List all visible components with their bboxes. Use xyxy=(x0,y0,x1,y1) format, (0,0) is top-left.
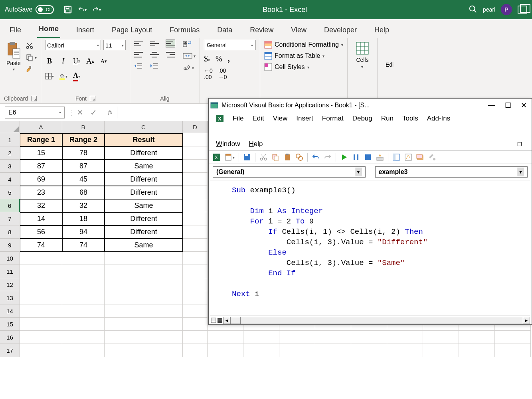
vba-scrollbar[interactable]: ◄ ► xyxy=(210,316,530,324)
toggle-switch[interactable]: Off xyxy=(36,5,54,14)
format-as-table-button[interactable]: Format as Table▾ xyxy=(264,52,324,60)
scroll-left-icon[interactable]: ◄ xyxy=(223,317,230,324)
cell[interactable] xyxy=(459,344,495,357)
name-box[interactable]: E6▾ xyxy=(5,107,65,119)
excel-icon[interactable]: X xyxy=(216,115,224,122)
cell[interactable] xyxy=(62,331,105,344)
align-left-button[interactable] xyxy=(134,51,143,58)
cell[interactable] xyxy=(279,331,315,344)
procedure-dropdown[interactable]: example3▼ xyxy=(375,166,528,178)
cell[interactable] xyxy=(20,344,62,357)
format-painter-button[interactable] xyxy=(26,65,37,73)
cell[interactable] xyxy=(62,344,105,357)
menu-view[interactable]: View xyxy=(273,115,288,122)
cell[interactable]: Same xyxy=(105,160,183,173)
row-header[interactable]: 9 xyxy=(0,239,20,252)
cell[interactable]: 74 xyxy=(20,239,62,252)
cell[interactable] xyxy=(105,265,183,278)
cell[interactable] xyxy=(183,318,208,331)
currency-button[interactable]: $▾ xyxy=(204,54,210,63)
cell[interactable] xyxy=(183,173,208,186)
menu-edit[interactable]: Edit xyxy=(252,115,264,122)
fill-color-button[interactable]: ▾ xyxy=(59,72,67,81)
underline-button[interactable]: U▾ xyxy=(72,57,81,65)
cell[interactable]: 74 xyxy=(62,239,105,252)
percent-button[interactable]: % xyxy=(216,54,222,63)
scroll-thumb[interactable] xyxy=(230,317,241,324)
mdi-restore-icon[interactable]: ❐ xyxy=(517,141,522,147)
cell[interactable]: 68 xyxy=(62,186,105,199)
tab-file[interactable]: File xyxy=(8,22,23,38)
object-dropdown[interactable]: (General)▼ xyxy=(213,166,366,178)
cell[interactable]: Different xyxy=(105,212,183,225)
tab-review[interactable]: Review xyxy=(248,22,275,38)
cell[interactable] xyxy=(20,318,62,331)
run-icon[interactable] xyxy=(340,153,348,161)
orientation-button[interactable]: ab▾ xyxy=(183,64,196,72)
row-header[interactable]: 5 xyxy=(0,186,20,199)
wrap-text-button[interactable]: ab xyxy=(183,40,196,48)
cell[interactable] xyxy=(62,318,105,331)
cell[interactable]: 87 xyxy=(62,160,105,173)
break-icon[interactable] xyxy=(352,153,360,161)
align-right-button[interactable] xyxy=(166,51,175,58)
cell[interactable]: 18 xyxy=(62,212,105,225)
account-name[interactable]: pearl xyxy=(483,6,495,13)
cell[interactable] xyxy=(20,304,62,318)
cell[interactable] xyxy=(387,344,423,357)
decrease-decimal-button[interactable]: .00→0 xyxy=(218,67,227,80)
row-header[interactable]: 2 xyxy=(0,146,20,160)
cell[interactable] xyxy=(62,265,105,278)
cell[interactable]: Range 1 xyxy=(20,133,62,146)
avatar[interactable]: P xyxy=(501,4,512,15)
cell[interactable] xyxy=(183,146,208,160)
cell[interactable]: 32 xyxy=(62,199,105,212)
dialog-launcher-icon[interactable] xyxy=(90,96,95,101)
cell[interactable] xyxy=(20,331,62,344)
cell[interactable]: Same xyxy=(105,199,183,212)
cell[interactable]: 56 xyxy=(20,225,62,239)
cell[interactable] xyxy=(208,344,243,357)
row-header[interactable]: 11 xyxy=(0,265,20,278)
close-button[interactable]: ✕ xyxy=(521,101,527,110)
align-top-button[interactable] xyxy=(134,40,143,47)
cancel-icon[interactable]: ✕ xyxy=(77,108,83,117)
save-icon[interactable] xyxy=(63,5,72,14)
cell[interactable] xyxy=(183,186,208,199)
cell[interactable]: 78 xyxy=(62,146,105,160)
menu-window[interactable]: Window xyxy=(216,140,240,148)
cell[interactable] xyxy=(183,160,208,173)
cell[interactable] xyxy=(105,291,183,304)
search-icon[interactable] xyxy=(469,5,477,15)
merge-button[interactable]: ▾ xyxy=(183,52,196,60)
row-header[interactable]: 1 xyxy=(0,133,20,146)
row-headers[interactable]: 1234567891011121314151617 xyxy=(0,133,20,357)
cell[interactable] xyxy=(105,344,183,357)
cell[interactable] xyxy=(20,252,62,265)
cell[interactable]: 94 xyxy=(62,225,105,239)
cell[interactable] xyxy=(279,344,315,357)
cut-button[interactable] xyxy=(26,41,37,49)
decrease-indent-button[interactable] xyxy=(134,62,143,69)
tab-developer[interactable]: Developer xyxy=(322,22,358,38)
cell[interactable] xyxy=(62,291,105,304)
cell[interactable] xyxy=(495,331,531,344)
number-format-select[interactable]: General▾ xyxy=(204,40,256,50)
cell[interactable]: Result xyxy=(105,133,183,146)
properties-icon[interactable] xyxy=(404,153,412,161)
cell[interactable] xyxy=(105,331,183,344)
select-all-button[interactable] xyxy=(0,121,20,133)
increase-indent-button[interactable] xyxy=(150,62,159,69)
col-header-D[interactable]: D xyxy=(183,121,208,133)
cell[interactable]: 87 xyxy=(20,160,62,173)
vba-window[interactable]: Microsoft Visual Basic for Applications … xyxy=(208,98,532,325)
cell[interactable] xyxy=(105,278,183,291)
cell[interactable]: 23 xyxy=(20,186,62,199)
cell[interactable] xyxy=(243,331,279,344)
font-size-select[interactable]: 11▾ xyxy=(103,40,126,50)
font-color-button[interactable]: A▾ xyxy=(72,72,81,81)
cell[interactable] xyxy=(183,278,208,291)
undo-icon[interactable] xyxy=(312,153,320,161)
procedure-view-icon[interactable] xyxy=(217,317,223,324)
comma-button[interactable]: , xyxy=(228,54,230,63)
